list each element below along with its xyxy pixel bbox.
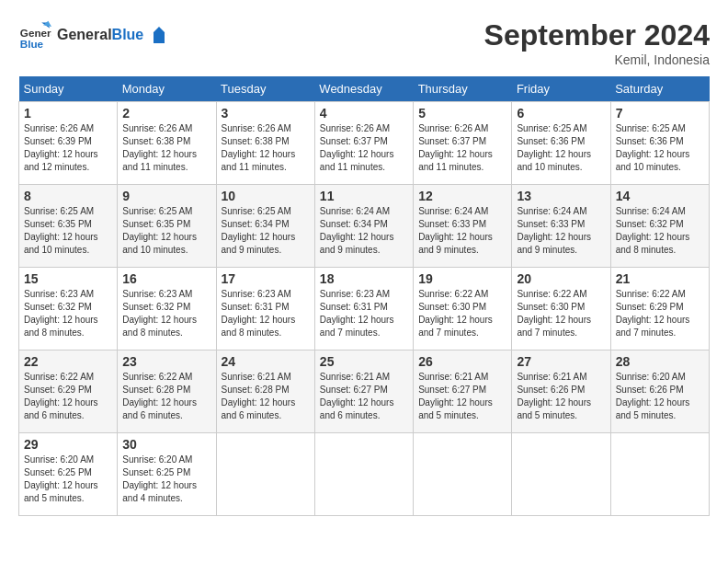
day-number: 23 (122, 354, 210, 369)
calendar-week-3: 15Sunrise: 6:23 AM Sunset: 6:32 PM Dayli… (19, 268, 710, 350)
calendar-day: 30Sunrise: 6:20 AM Sunset: 6:25 PM Dayli… (118, 433, 216, 516)
calendar-day: 24Sunrise: 6:21 AM Sunset: 6:28 PM Dayli… (216, 350, 314, 433)
day-info: Sunrise: 6:22 AM Sunset: 6:29 PM Dayligh… (24, 371, 112, 422)
calendar-day: 20Sunrise: 6:22 AM Sunset: 6:30 PM Dayli… (512, 268, 610, 350)
day-number: 19 (418, 271, 506, 286)
day-header-thursday: Thursday (414, 76, 512, 102)
day-header-friday: Friday (512, 76, 610, 102)
svg-marker-4 (150, 27, 168, 43)
day-info: Sunrise: 6:20 AM Sunset: 6:25 PM Dayligh… (122, 454, 210, 505)
day-info: Sunrise: 6:25 AM Sunset: 6:34 PM Dayligh… (222, 205, 310, 257)
day-info: Sunrise: 6:21 AM Sunset: 6:28 PM Dayligh… (222, 371, 310, 422)
location: Kemil, Indonesia (484, 52, 710, 67)
day-info: Sunrise: 6:25 AM Sunset: 6:35 PM Dayligh… (24, 205, 112, 257)
calendar-day: 14Sunrise: 6:24 AM Sunset: 6:32 PM Dayli… (610, 185, 709, 268)
calendar-day: 15Sunrise: 6:23 AM Sunset: 6:32 PM Dayli… (19, 268, 118, 350)
day-info: Sunrise: 6:20 AM Sunset: 6:25 PM Dayligh… (24, 454, 112, 505)
day-info: Sunrise: 6:23 AM Sunset: 6:31 PM Dayligh… (222, 288, 310, 339)
logo: General Blue GeneralBlue (18, 18, 168, 52)
day-number: 14 (616, 189, 704, 203)
calendar-day (216, 433, 314, 516)
day-info: Sunrise: 6:23 AM Sunset: 6:32 PM Dayligh… (122, 288, 210, 339)
page-header: General Blue GeneralBlue September 2024 … (18, 18, 710, 67)
calendar-week-2: 8Sunrise: 6:25 AM Sunset: 6:35 PM Daylig… (19, 185, 710, 268)
calendar-day: 25Sunrise: 6:21 AM Sunset: 6:27 PM Dayli… (314, 350, 413, 433)
day-number: 2 (122, 106, 210, 121)
day-header-wednesday: Wednesday (314, 76, 413, 102)
day-info: Sunrise: 6:24 AM Sunset: 6:34 PM Dayligh… (320, 205, 408, 257)
calendar-day: 11Sunrise: 6:24 AM Sunset: 6:34 PM Dayli… (314, 185, 413, 268)
calendar-day: 16Sunrise: 6:23 AM Sunset: 6:32 PM Dayli… (118, 268, 216, 350)
day-number: 26 (418, 354, 506, 369)
calendar-day: 22Sunrise: 6:22 AM Sunset: 6:29 PM Dayli… (19, 350, 118, 433)
day-number: 28 (616, 354, 704, 369)
day-number: 10 (222, 189, 310, 203)
day-info: Sunrise: 6:21 AM Sunset: 6:27 PM Dayligh… (320, 371, 408, 422)
day-number: 3 (222, 106, 310, 121)
calendar-day: 1Sunrise: 6:26 AM Sunset: 6:39 PM Daylig… (19, 102, 118, 185)
day-number: 9 (122, 189, 210, 203)
day-number: 20 (517, 271, 605, 286)
logo-text: GeneralBlue (57, 27, 168, 44)
day-info: Sunrise: 6:22 AM Sunset: 6:30 PM Dayligh… (517, 288, 605, 339)
month-title: September 2024 (484, 18, 710, 52)
day-info: Sunrise: 6:24 AM Sunset: 6:33 PM Dayligh… (517, 205, 605, 257)
day-number: 17 (222, 271, 310, 286)
day-number: 8 (24, 189, 112, 203)
day-info: Sunrise: 6:23 AM Sunset: 6:32 PM Dayligh… (24, 288, 112, 339)
day-number: 15 (24, 271, 112, 286)
day-number: 1 (24, 106, 112, 121)
calendar-day: 10Sunrise: 6:25 AM Sunset: 6:34 PM Dayli… (216, 185, 314, 268)
calendar-day: 17Sunrise: 6:23 AM Sunset: 6:31 PM Dayli… (216, 268, 314, 350)
title-block: September 2024 Kemil, Indonesia (484, 18, 710, 67)
day-info: Sunrise: 6:22 AM Sunset: 6:29 PM Dayligh… (616, 288, 704, 339)
calendar-week-5: 29Sunrise: 6:20 AM Sunset: 6:25 PM Dayli… (19, 433, 710, 516)
day-info: Sunrise: 6:24 AM Sunset: 6:32 PM Dayligh… (616, 205, 704, 257)
calendar-day: 4Sunrise: 6:26 AM Sunset: 6:37 PM Daylig… (314, 102, 413, 185)
logo-icon: General Blue (18, 18, 51, 52)
calendar-day (610, 433, 709, 516)
calendar-day: 13Sunrise: 6:24 AM Sunset: 6:33 PM Dayli… (512, 185, 610, 268)
calendar-day: 21Sunrise: 6:22 AM Sunset: 6:29 PM Dayli… (610, 268, 709, 350)
day-info: Sunrise: 6:25 AM Sunset: 6:36 PM Dayligh… (517, 122, 605, 174)
day-info: Sunrise: 6:23 AM Sunset: 6:31 PM Dayligh… (320, 288, 408, 339)
calendar-day: 3Sunrise: 6:26 AM Sunset: 6:38 PM Daylig… (216, 102, 314, 185)
day-info: Sunrise: 6:24 AM Sunset: 6:33 PM Dayligh… (418, 205, 506, 257)
calendar-table: SundayMondayTuesdayWednesdayThursdayFrid… (18, 76, 710, 516)
calendar-day: 27Sunrise: 6:21 AM Sunset: 6:26 PM Dayli… (512, 350, 610, 433)
calendar-day (314, 433, 413, 516)
day-info: Sunrise: 6:26 AM Sunset: 6:39 PM Dayligh… (24, 122, 112, 174)
day-number: 6 (517, 106, 605, 121)
calendar-day: 2Sunrise: 6:26 AM Sunset: 6:38 PM Daylig… (118, 102, 216, 185)
day-number: 22 (24, 354, 112, 369)
day-number: 5 (418, 106, 506, 121)
day-number: 27 (517, 354, 605, 369)
day-info: Sunrise: 6:21 AM Sunset: 6:27 PM Dayligh… (418, 371, 506, 422)
day-header-saturday: Saturday (610, 76, 709, 102)
day-info: Sunrise: 6:25 AM Sunset: 6:36 PM Dayligh… (616, 122, 704, 174)
day-header-monday: Monday (118, 76, 216, 102)
calendar-day: 19Sunrise: 6:22 AM Sunset: 6:30 PM Dayli… (414, 268, 512, 350)
calendar-day: 18Sunrise: 6:23 AM Sunset: 6:31 PM Dayli… (314, 268, 413, 350)
day-number: 18 (320, 271, 408, 286)
calendar-day: 9Sunrise: 6:25 AM Sunset: 6:35 PM Daylig… (118, 185, 216, 268)
day-header-sunday: Sunday (19, 76, 118, 102)
day-number: 16 (122, 271, 210, 286)
day-info: Sunrise: 6:22 AM Sunset: 6:30 PM Dayligh… (418, 288, 506, 339)
calendar-day (512, 433, 610, 516)
calendar-day: 5Sunrise: 6:26 AM Sunset: 6:37 PM Daylig… (414, 102, 512, 185)
calendar-day: 26Sunrise: 6:21 AM Sunset: 6:27 PM Dayli… (414, 350, 512, 433)
calendar-day: 7Sunrise: 6:25 AM Sunset: 6:36 PM Daylig… (610, 102, 709, 185)
day-number: 7 (616, 106, 704, 121)
calendar-week-1: 1Sunrise: 6:26 AM Sunset: 6:39 PM Daylig… (19, 102, 710, 185)
day-number: 11 (320, 189, 408, 203)
day-info: Sunrise: 6:20 AM Sunset: 6:26 PM Dayligh… (616, 371, 704, 422)
calendar-day: 28Sunrise: 6:20 AM Sunset: 6:26 PM Dayli… (610, 350, 709, 433)
svg-text:Blue: Blue (20, 38, 44, 50)
day-number: 24 (222, 354, 310, 369)
day-number: 12 (418, 189, 506, 203)
day-info: Sunrise: 6:26 AM Sunset: 6:38 PM Dayligh… (222, 122, 310, 174)
day-number: 21 (616, 271, 704, 286)
day-info: Sunrise: 6:26 AM Sunset: 6:37 PM Dayligh… (418, 122, 506, 174)
day-number: 4 (320, 106, 408, 121)
